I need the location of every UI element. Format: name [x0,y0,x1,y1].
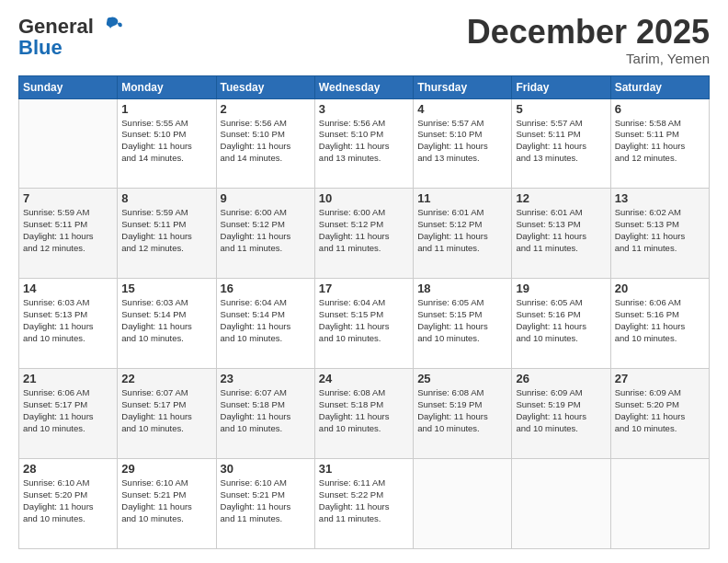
day-number: 9 [221,191,311,205]
day-info: Sunrise: 5:59 AM Sunset: 5:11 PM Dayligh… [23,207,113,254]
calendar-cell: 12Sunrise: 6:01 AM Sunset: 5:13 PM Dayli… [512,189,610,279]
calendar-header-sunday: Sunday [19,75,118,98]
day-info: Sunrise: 6:05 AM Sunset: 5:15 PM Dayligh… [417,297,507,344]
calendar-cell: 6Sunrise: 5:58 AM Sunset: 5:11 PM Daylig… [610,98,709,189]
day-info: Sunrise: 6:11 AM Sunset: 5:22 PM Dayligh… [319,477,409,524]
logo-blue-text: Blue [18,36,63,60]
calendar-cell [19,98,118,189]
location: Tarim, Yemen [467,51,710,66]
day-info: Sunrise: 6:10 AM Sunset: 5:21 PM Dayligh… [221,477,311,524]
calendar-week-row: 21Sunrise: 6:06 AM Sunset: 5:17 PM Dayli… [19,369,710,459]
day-info: Sunrise: 6:05 AM Sunset: 5:16 PM Dayligh… [516,297,606,344]
day-number: 21 [23,372,113,385]
day-number: 12 [516,191,606,205]
day-info: Sunrise: 6:07 AM Sunset: 5:18 PM Dayligh… [221,387,311,434]
title-section: December 2025 Tarim, Yemen [467,14,710,66]
day-info: Sunrise: 5:58 AM Sunset: 5:11 PM Dayligh… [615,118,705,165]
calendar-cell: 3Sunrise: 5:56 AM Sunset: 5:10 PM Daylig… [314,98,413,189]
calendar-cell: 18Sunrise: 6:05 AM Sunset: 5:15 PM Dayli… [414,279,512,369]
day-info: Sunrise: 6:01 AM Sunset: 5:13 PM Dayligh… [516,207,606,254]
day-info: Sunrise: 6:06 AM Sunset: 5:16 PM Dayligh… [615,297,705,344]
calendar-header-friday: Friday [512,75,610,98]
calendar-cell: 9Sunrise: 6:00 AM Sunset: 5:12 PM Daylig… [216,189,314,279]
day-number: 31 [319,462,409,476]
calendar-cell: 8Sunrise: 5:59 AM Sunset: 5:11 PM Daylig… [118,189,216,279]
day-number: 6 [615,102,705,116]
day-number: 4 [417,102,507,116]
day-info: Sunrise: 6:10 AM Sunset: 5:21 PM Dayligh… [121,477,211,524]
day-info: Sunrise: 6:04 AM Sunset: 5:14 PM Dayligh… [221,297,311,344]
calendar-cell: 7Sunrise: 5:59 AM Sunset: 5:11 PM Daylig… [19,189,118,279]
day-number: 23 [221,372,311,385]
calendar-cell: 22Sunrise: 6:07 AM Sunset: 5:17 PM Dayli… [118,369,216,459]
day-number: 22 [121,372,211,385]
header: General Blue December 2025 Tarim, Yemen [18,14,710,66]
calendar-cell: 31Sunrise: 6:11 AM Sunset: 5:22 PM Dayli… [314,459,413,549]
day-number: 27 [615,372,705,385]
day-number: 25 [417,372,507,385]
calendar-cell: 4Sunrise: 5:57 AM Sunset: 5:10 PM Daylig… [414,98,512,189]
calendar-cell: 25Sunrise: 6:08 AM Sunset: 5:19 PM Dayli… [414,369,512,459]
day-info: Sunrise: 6:01 AM Sunset: 5:12 PM Dayligh… [417,207,507,254]
day-info: Sunrise: 6:04 AM Sunset: 5:15 PM Dayligh… [319,297,409,344]
day-number: 11 [417,191,507,205]
calendar-cell: 30Sunrise: 6:10 AM Sunset: 5:21 PM Dayli… [216,459,314,549]
calendar-cell: 21Sunrise: 6:06 AM Sunset: 5:17 PM Dayli… [19,369,118,459]
day-info: Sunrise: 6:06 AM Sunset: 5:17 PM Dayligh… [23,387,113,434]
day-number: 29 [121,462,211,476]
calendar-cell: 26Sunrise: 6:09 AM Sunset: 5:19 PM Dayli… [512,369,610,459]
day-number: 14 [23,282,113,295]
calendar-week-row: 7Sunrise: 5:59 AM Sunset: 5:11 PM Daylig… [19,189,710,279]
day-info: Sunrise: 6:02 AM Sunset: 5:13 PM Dayligh… [615,207,705,254]
day-number: 15 [121,282,211,295]
calendar-cell: 10Sunrise: 6:00 AM Sunset: 5:12 PM Dayli… [314,189,413,279]
day-info: Sunrise: 6:07 AM Sunset: 5:17 PM Dayligh… [121,387,211,434]
logo: General Blue [18,14,123,60]
calendar-header-thursday: Thursday [414,75,512,98]
calendar-week-row: 14Sunrise: 6:03 AM Sunset: 5:13 PM Dayli… [19,279,710,369]
calendar-cell [414,459,512,549]
day-info: Sunrise: 6:03 AM Sunset: 5:13 PM Dayligh… [23,297,113,344]
calendar-cell: 20Sunrise: 6:06 AM Sunset: 5:16 PM Dayli… [610,279,709,369]
calendar-cell: 17Sunrise: 6:04 AM Sunset: 5:15 PM Dayli… [314,279,413,369]
calendar-week-row: 1Sunrise: 5:55 AM Sunset: 5:10 PM Daylig… [19,98,710,189]
month-title: December 2025 [467,14,710,51]
calendar-cell: 28Sunrise: 6:10 AM Sunset: 5:20 PM Dayli… [19,459,118,549]
calendar-cell: 2Sunrise: 5:56 AM Sunset: 5:10 PM Daylig… [216,98,314,189]
calendar-cell: 1Sunrise: 5:55 AM Sunset: 5:10 PM Daylig… [118,98,216,189]
day-info: Sunrise: 5:59 AM Sunset: 5:11 PM Dayligh… [121,207,211,254]
day-info: Sunrise: 6:10 AM Sunset: 5:20 PM Dayligh… [23,477,113,524]
page: General Blue December 2025 Tarim, Yemen … [0,0,728,563]
calendar-week-row: 28Sunrise: 6:10 AM Sunset: 5:20 PM Dayli… [19,459,710,549]
calendar-cell: 24Sunrise: 6:08 AM Sunset: 5:18 PM Dayli… [314,369,413,459]
calendar-table: SundayMondayTuesdayWednesdayThursdayFrid… [18,75,710,549]
day-info: Sunrise: 5:55 AM Sunset: 5:10 PM Dayligh… [121,118,211,165]
day-info: Sunrise: 5:57 AM Sunset: 5:10 PM Dayligh… [417,118,507,165]
day-info: Sunrise: 6:00 AM Sunset: 5:12 PM Dayligh… [319,207,409,254]
day-info: Sunrise: 6:00 AM Sunset: 5:12 PM Dayligh… [221,207,311,254]
calendar-cell: 11Sunrise: 6:01 AM Sunset: 5:12 PM Dayli… [414,189,512,279]
logo-bird-icon [97,14,123,40]
calendar-cell: 16Sunrise: 6:04 AM Sunset: 5:14 PM Dayli… [216,279,314,369]
day-info: Sunrise: 6:09 AM Sunset: 5:19 PM Dayligh… [516,387,606,434]
day-info: Sunrise: 6:09 AM Sunset: 5:20 PM Dayligh… [615,387,705,434]
day-number: 13 [615,191,705,205]
calendar-header-monday: Monday [118,75,216,98]
calendar-header-wednesday: Wednesday [314,75,413,98]
calendar-header-saturday: Saturday [610,75,709,98]
day-number: 17 [319,282,409,295]
calendar-cell: 27Sunrise: 6:09 AM Sunset: 5:20 PM Dayli… [610,369,709,459]
day-info: Sunrise: 6:03 AM Sunset: 5:14 PM Dayligh… [121,297,211,344]
day-number: 26 [516,372,606,385]
calendar-cell [610,459,709,549]
day-number: 30 [221,462,311,476]
day-number: 7 [23,191,113,205]
day-info: Sunrise: 6:08 AM Sunset: 5:19 PM Dayligh… [417,387,507,434]
day-number: 19 [516,282,606,295]
calendar-cell: 15Sunrise: 6:03 AM Sunset: 5:14 PM Dayli… [118,279,216,369]
day-info: Sunrise: 5:57 AM Sunset: 5:11 PM Dayligh… [516,118,606,165]
calendar-header-row: SundayMondayTuesdayWednesdayThursdayFrid… [19,75,710,98]
calendar-cell: 5Sunrise: 5:57 AM Sunset: 5:11 PM Daylig… [512,98,610,189]
day-number: 18 [417,282,507,295]
day-number: 2 [221,102,311,116]
